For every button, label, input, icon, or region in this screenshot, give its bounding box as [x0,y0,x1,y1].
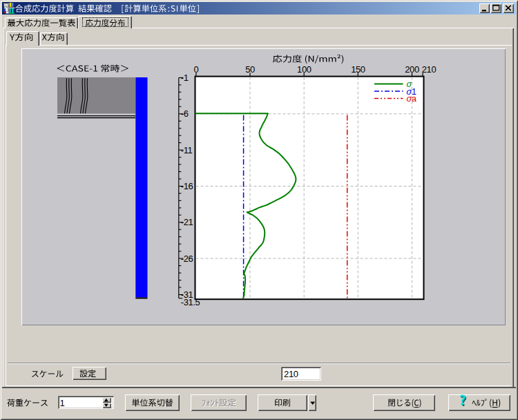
svg-text:210: 210 [422,64,437,75]
svg-text:-1: -1 [181,73,189,83]
svg-text:200: 200 [405,64,419,75]
svg-text:150: 150 [351,64,365,75]
svg-text:-11: -11 [181,145,193,155]
svg-text:50: 50 [245,64,255,75]
svg-text:-26: -26 [181,254,193,264]
svg-text:100: 100 [297,64,311,75]
svg-text:-21: -21 [181,217,193,227]
svg-text:σa: σa [407,94,417,104]
svg-text:-31.5: -31.5 [181,297,200,307]
svg-text:0: 0 [194,64,199,75]
svg-text:-6: -6 [181,108,189,119]
svg-text:-16: -16 [181,181,193,191]
